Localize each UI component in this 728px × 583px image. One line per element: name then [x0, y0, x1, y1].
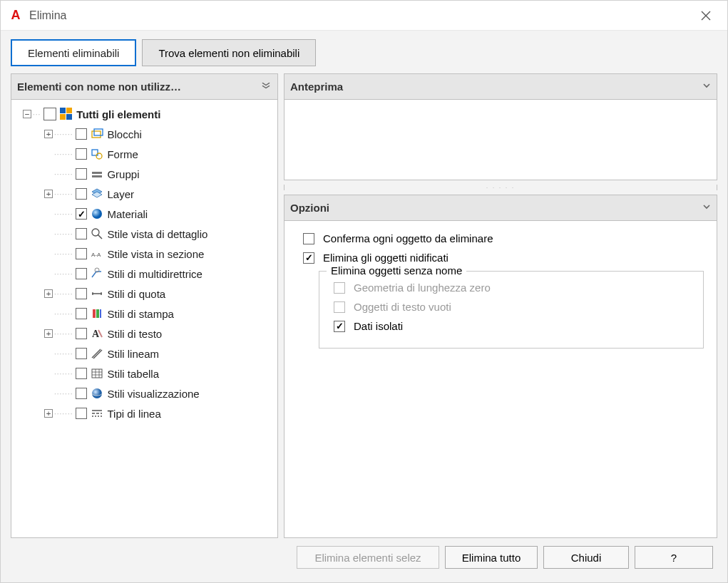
purge-all-button[interactable]: Elimina tutto [445, 546, 538, 569]
confirm-checkbox[interactable] [303, 233, 314, 244]
options-header[interactable]: Opzioni [284, 195, 717, 221]
tree-item-label: Stili di stampa [107, 308, 173, 320]
shapes-icon [90, 147, 104, 161]
tree-connector: ······· [54, 350, 73, 358]
svg-rect-17 [96, 309, 99, 318]
tree-item-layer[interactable]: + ······· Layer [16, 184, 275, 204]
tree-connector: ······· [54, 310, 73, 318]
options-title: Opzioni [290, 202, 329, 214]
tree-item-detailstyles[interactable]: ······· Stile vista di dettaglio [16, 224, 275, 244]
opt-isolated-row[interactable]: Dati isolati [331, 320, 692, 332]
tree-item-label: Stili di quota [107, 288, 165, 300]
svg-rect-0 [60, 108, 66, 113]
preview-header[interactable]: Anteprima [284, 74, 717, 100]
opt-confirm-row[interactable]: Conferma ogni oggetto da eliminare [300, 232, 704, 244]
tree-checkbox[interactable] [76, 148, 87, 160]
tree-item-tablestyles[interactable]: ······· Stili tabella [16, 363, 275, 383]
window-title: Elimina [29, 9, 692, 22]
tree-connector: ······· [54, 130, 73, 138]
tree-item-linetypes[interactable]: +······· Tipi di linea [16, 403, 275, 423]
expand-icon[interactable]: + [44, 190, 53, 198]
svg-point-12 [92, 209, 102, 219]
tree-checkbox[interactable] [76, 388, 87, 399]
tree-checkbox[interactable] [76, 268, 87, 279]
multileader-icon [90, 267, 104, 281]
tree-checkbox[interactable] [76, 168, 87, 180]
tree-root-label: Tutti gli elementi [76, 108, 160, 120]
expand-icon[interactable]: + [44, 329, 53, 338]
nested-checkbox[interactable] [303, 252, 314, 264]
svg-rect-20 [92, 369, 102, 378]
tree-item-mlinestyles[interactable]: ······· Stili lineam [16, 344, 275, 363]
opt-nested-row[interactable]: Elimina gli oggetti nidificati [300, 252, 704, 264]
tree-item-label: Gruppi [107, 168, 139, 180]
tree-item-plotstyles[interactable]: ······· Stili di stampa [16, 304, 275, 324]
materials-icon [90, 207, 104, 221]
tree-checkbox[interactable] [76, 228, 87, 239]
tree-connector: ······· [54, 210, 73, 218]
tree-checkbox[interactable] [76, 128, 87, 140]
tree-item-label: Blocchi [107, 128, 141, 140]
main-panels: Elementi con nome non utilizz… − ··· [11, 73, 717, 538]
help-button[interactable]: ? [635, 546, 713, 569]
tree-item-dimstyles[interactable]: +······· Stili di quota [16, 284, 275, 304]
tree-item-label: Stile vista in sezione [107, 248, 204, 260]
close-button[interactable]: Chiudi [543, 546, 629, 569]
options-body: Conferma ogni oggetto da eliminare Elimi… [284, 221, 717, 361]
text-style-icon: A [90, 326, 104, 341]
expand-icon[interactable]: + [44, 130, 53, 138]
table-icon [90, 366, 104, 381]
expand-icon[interactable]: + [44, 409, 53, 418]
tree-checkbox[interactable] [76, 288, 87, 299]
tree-item-label: Materiali [107, 208, 148, 220]
tree-item-label: Stili visualizzazione [107, 388, 199, 400]
tree-connector: ······· [54, 410, 73, 418]
root-checkbox[interactable] [43, 108, 56, 120]
splitter[interactable]: · · · · · [284, 185, 717, 190]
confirm-label: Conferma ogni oggetto da eliminare [323, 232, 493, 244]
tree-connector: ··· [33, 110, 41, 118]
tree-item-sectionstyles[interactable]: ······· A-A Stile vista in sezione [16, 244, 275, 264]
tree-connector: ······· [54, 330, 73, 338]
tree-checkbox[interactable] [76, 208, 87, 220]
right-column: Anteprima · · · · · Opzioni [284, 73, 717, 538]
expand-icon[interactable]: + [44, 289, 53, 298]
tree-item-forme[interactable]: ······· Forme [16, 144, 275, 164]
tree-checkbox[interactable] [76, 248, 87, 259]
emptytext-label: Oggetti di testo vuoti [354, 301, 451, 313]
plot-icon [90, 306, 104, 321]
tree-item-materiali[interactable]: ······· Materiali [16, 204, 275, 224]
unnamed-groupbox: Elimina oggetti senza nome Geometria di … [319, 271, 704, 349]
groups-icon [90, 167, 104, 181]
tree-item-gruppi[interactable]: ······· Gruppi [16, 164, 275, 184]
svg-rect-1 [66, 108, 72, 113]
tree-item-mleader[interactable]: ······· Stili di multidirettrice [16, 264, 275, 284]
close-icon[interactable] [692, 1, 720, 31]
isolated-checkbox[interactable] [334, 321, 345, 332]
tree-root[interactable]: − ··· Tutti gli elementi [16, 104, 275, 124]
tree-item-textstyles[interactable]: +······· A Stili di testo [16, 324, 275, 344]
tabs-row: Elementi eliminabili Trova elementi non … [11, 39, 717, 66]
bottom-bar: Elimina elementi selez Elimina tutto Chi… [11, 538, 717, 577]
objects-tree[interactable]: − ··· Tutti gli elementi + ······· [11, 100, 277, 537]
options-panel: Opzioni Conferma ogni oggetto da elimina… [284, 195, 717, 538]
collapse-icon[interactable]: − [23, 110, 31, 118]
tree-connector: ······· [54, 170, 73, 178]
tree-item-blocchi[interactable]: + ······· Blocchi [16, 124, 275, 144]
svg-rect-18 [100, 309, 101, 318]
svg-rect-9 [92, 175, 102, 177]
dimension-icon [90, 287, 104, 301]
titlebar: A Elimina [1, 1, 727, 31]
tree-connector: ······· [54, 250, 73, 258]
tree-checkbox[interactable] [76, 368, 87, 379]
tree-checkbox[interactable] [76, 308, 87, 319]
tab-nonpurgeable[interactable]: Trova elementi non eliminabili [142, 39, 316, 66]
purge-dialog: A Elimina Elementi eliminabili Trova ele… [0, 0, 728, 583]
tree-checkbox[interactable] [76, 328, 87, 339]
tree-checkbox[interactable] [76, 408, 87, 419]
tree-checkbox[interactable] [76, 348, 87, 359]
named-objects-header[interactable]: Elementi con nome non utilizz… [11, 74, 277, 100]
tree-item-visualstyles[interactable]: ······· Stili visualizzazione [16, 383, 275, 403]
tab-purgeable[interactable]: Elementi eliminabili [11, 39, 136, 66]
tree-checkbox[interactable] [76, 188, 87, 200]
